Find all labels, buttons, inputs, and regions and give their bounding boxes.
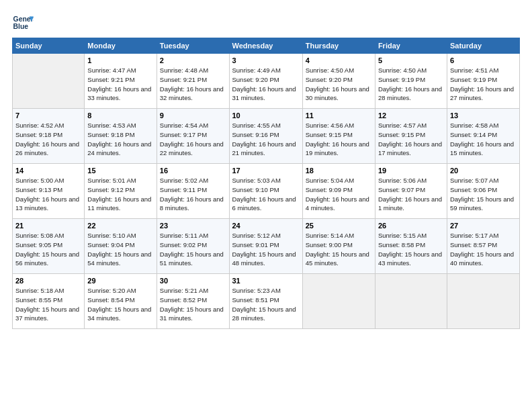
day-number: 5 [378,56,444,64]
day-number: 28 [15,277,81,285]
calendar-cell [13,54,85,109]
day-detail: Sunrise: 5:17 AMSunset: 8:57 PMDaylight:… [450,232,514,267]
day-number: 19 [378,167,444,175]
calendar-cell: 28 Sunrise: 5:18 AMSunset: 8:55 PMDaylig… [13,274,85,329]
day-detail: Sunrise: 4:56 AMSunset: 9:15 PMDaylight:… [306,122,369,156]
day-detail: Sunrise: 4:49 AMSunset: 9:20 PMDaylight:… [232,66,296,101]
header: General Blue [12,12,520,34]
day-number: 30 [160,277,226,285]
calendar-cell: 4 Sunrise: 4:50 AMSunset: 9:20 PMDayligh… [302,54,375,109]
calendar-cell: 3 Sunrise: 4:49 AMSunset: 9:20 PMDayligh… [229,54,302,109]
day-number: 4 [306,56,372,64]
calendar-cell: 6 Sunrise: 4:51 AMSunset: 9:19 PMDayligh… [447,54,519,109]
calendar-cell [375,274,447,329]
calendar-cell: 5 Sunrise: 4:50 AMSunset: 9:19 PMDayligh… [375,54,447,109]
calendar-cell: 12 Sunrise: 4:57 AMSunset: 9:15 PMDaylig… [375,109,447,164]
day-number: 3 [232,56,300,64]
calendar-cell: 19 Sunrise: 5:06 AMSunset: 9:07 PMDaylig… [375,164,447,219]
calendar-cell: 20 Sunrise: 5:07 AMSunset: 9:06 PMDaylig… [447,164,519,219]
day-number: 15 [87,167,153,175]
day-number: 24 [232,222,300,230]
day-number: 25 [306,222,372,230]
logo: General Blue [12,12,36,34]
calendar-cell: 7 Sunrise: 4:52 AMSunset: 9:18 PMDayligh… [13,109,85,164]
day-number: 13 [450,111,517,120]
weekday-header: Thursday [302,38,375,54]
day-detail: Sunrise: 4:53 AMSunset: 9:18 PMDaylight:… [87,122,151,156]
day-detail: Sunrise: 4:54 AMSunset: 9:17 PMDaylight:… [160,122,224,156]
day-number: 21 [15,222,81,230]
calendar-cell [447,274,519,329]
day-number: 16 [160,167,226,175]
day-detail: Sunrise: 5:08 AMSunset: 9:05 PMDaylight:… [15,232,79,267]
day-number: 8 [87,111,153,120]
day-detail: Sunrise: 4:48 AMSunset: 9:21 PMDaylight:… [160,66,224,101]
calendar-cell: 23 Sunrise: 5:11 AMSunset: 9:02 PMDaylig… [157,219,229,274]
calendar-cell: 29 Sunrise: 5:20 AMSunset: 8:54 PMDaylig… [85,274,157,329]
day-detail: Sunrise: 5:04 AMSunset: 9:09 PMDaylight:… [306,177,369,212]
day-detail: Sunrise: 4:57 AMSunset: 9:15 PMDaylight:… [378,122,442,156]
day-detail: Sunrise: 5:07 AMSunset: 9:06 PMDaylight:… [450,177,514,212]
day-detail: Sunrise: 5:03 AMSunset: 9:10 PMDaylight:… [232,177,296,212]
day-detail: Sunrise: 5:23 AMSunset: 8:51 PMDaylight:… [232,287,296,322]
day-detail: Sunrise: 5:11 AMSunset: 9:02 PMDaylight:… [160,232,224,267]
calendar-cell: 14 Sunrise: 5:00 AMSunset: 9:13 PMDaylig… [13,164,85,219]
day-number: 2 [160,56,226,64]
calendar-cell: 31 Sunrise: 5:23 AMSunset: 8:51 PMDaylig… [229,274,302,329]
day-number: 18 [306,167,372,175]
day-number: 17 [232,167,300,175]
calendar-cell: 30 Sunrise: 5:21 AMSunset: 8:52 PMDaylig… [157,274,229,329]
day-detail: Sunrise: 5:12 AMSunset: 9:01 PMDaylight:… [232,232,296,267]
calendar-cell: 13 Sunrise: 4:58 AMSunset: 9:14 PMDaylig… [447,109,519,164]
day-detail: Sunrise: 5:21 AMSunset: 8:52 PMDaylight:… [160,287,224,322]
day-detail: Sunrise: 5:18 AMSunset: 8:55 PMDaylight:… [15,287,79,322]
calendar-page: General Blue SundayMondayTuesdayWednesda… [0,0,532,336]
calendar-cell: 18 Sunrise: 5:04 AMSunset: 9:09 PMDaylig… [302,164,375,219]
calendar-cell: 10 Sunrise: 4:55 AMSunset: 9:16 PMDaylig… [229,109,302,164]
day-detail: Sunrise: 5:01 AMSunset: 9:12 PMDaylight:… [87,177,151,212]
calendar-cell: 25 Sunrise: 5:14 AMSunset: 9:00 PMDaylig… [302,219,375,274]
day-detail: Sunrise: 4:47 AMSunset: 9:21 PMDaylight:… [87,66,151,101]
calendar-cell [302,274,375,329]
day-number: 26 [378,222,444,230]
day-detail: Sunrise: 4:52 AMSunset: 9:18 PMDaylight:… [15,122,79,156]
day-detail: Sunrise: 5:02 AMSunset: 9:11 PMDaylight:… [160,177,224,212]
weekday-header: Wednesday [229,38,302,54]
calendar-cell: 24 Sunrise: 5:12 AMSunset: 9:01 PMDaylig… [229,219,302,274]
day-number: 1 [87,56,153,64]
weekday-header: Saturday [447,38,519,54]
day-detail: Sunrise: 4:50 AMSunset: 9:20 PMDaylight:… [306,66,369,101]
day-number: 22 [87,222,153,230]
calendar-table: SundayMondayTuesdayWednesdayThursdayFrid… [12,38,520,329]
day-detail: Sunrise: 5:20 AMSunset: 8:54 PMDaylight:… [87,287,151,322]
calendar-cell: 22 Sunrise: 5:10 AMSunset: 9:04 PMDaylig… [85,219,157,274]
day-number: 7 [15,111,81,120]
weekday-header: Tuesday [157,38,229,54]
day-detail: Sunrise: 5:10 AMSunset: 9:04 PMDaylight:… [87,232,151,267]
calendar-cell: 16 Sunrise: 5:02 AMSunset: 9:11 PMDaylig… [157,164,229,219]
day-number: 31 [232,277,300,285]
calendar-cell: 17 Sunrise: 5:03 AMSunset: 9:10 PMDaylig… [229,164,302,219]
day-number: 29 [87,277,153,285]
day-number: 20 [450,167,517,175]
day-detail: Sunrise: 4:58 AMSunset: 9:14 PMDaylight:… [450,122,514,156]
weekday-header: Friday [375,38,447,54]
calendar-cell: 8 Sunrise: 4:53 AMSunset: 9:18 PMDayligh… [85,109,157,164]
day-detail: Sunrise: 4:50 AMSunset: 9:19 PMDaylight:… [378,66,442,101]
day-number: 27 [450,222,517,230]
calendar-cell: 26 Sunrise: 5:15 AMSunset: 8:58 PMDaylig… [375,219,447,274]
day-detail: Sunrise: 5:06 AMSunset: 9:07 PMDaylight:… [378,177,442,212]
calendar-cell: 21 Sunrise: 5:08 AMSunset: 9:05 PMDaylig… [13,219,85,274]
day-detail: Sunrise: 4:51 AMSunset: 9:19 PMDaylight:… [450,66,514,101]
calendar-cell: 1 Sunrise: 4:47 AMSunset: 9:21 PMDayligh… [85,54,157,109]
day-number: 12 [378,111,444,120]
svg-text:Blue: Blue [13,23,29,30]
day-number: 11 [306,111,372,120]
day-number: 9 [160,111,226,120]
calendar-cell: 2 Sunrise: 4:48 AMSunset: 9:21 PMDayligh… [157,54,229,109]
calendar-cell: 9 Sunrise: 4:54 AMSunset: 9:17 PMDayligh… [157,109,229,164]
calendar-cell: 11 Sunrise: 4:56 AMSunset: 9:15 PMDaylig… [302,109,375,164]
day-number: 23 [160,222,226,230]
day-number: 10 [232,111,300,120]
day-number: 6 [450,56,517,64]
